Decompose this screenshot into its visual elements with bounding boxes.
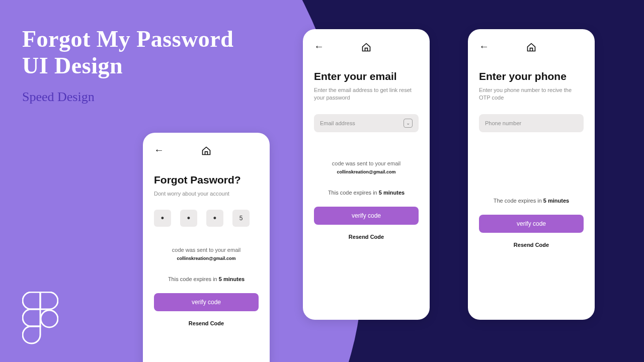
headline-subtitle: Speed Design	[22, 89, 233, 105]
home-icon	[201, 146, 211, 156]
screen-description: Dont worry about your account	[154, 190, 259, 198]
headline-block: Forgot My PasswordUI Design Speed Design	[22, 26, 233, 105]
resend-code-link[interactable]: Resend Code	[468, 242, 595, 248]
back-arrow-icon[interactable]: ←	[479, 41, 489, 51]
otp-box-2[interactable]: •	[180, 210, 197, 227]
verify-code-button[interactable]: verify code	[154, 293, 259, 311]
otp-box-1[interactable]: •	[154, 210, 171, 227]
otp-box-4[interactable]: 5	[232, 210, 250, 227]
otp-box-3[interactable]: •	[206, 210, 223, 227]
email-input[interactable]: Email address ⌄	[314, 114, 419, 132]
verify-code-button[interactable]: verify code	[314, 207, 419, 225]
code-sent-email: collinskreation@gmail.com	[314, 169, 419, 174]
otp-input-row: • • • 5	[154, 210, 259, 227]
code-sent-info: code was sent to your email collinskreat…	[314, 160, 419, 174]
phone-placeholder: Phone number	[485, 120, 521, 126]
svg-point-0	[41, 310, 58, 327]
home-icon	[361, 42, 371, 52]
code-sent-email: collinskreation@gmail.com	[154, 256, 259, 261]
code-expiry-text: This code expires in 5 minutes	[314, 190, 419, 196]
screen-title: Enter your email	[314, 70, 419, 82]
email-placeholder: Email address	[320, 120, 355, 126]
home-icon	[526, 42, 536, 52]
verify-code-button[interactable]: verify code	[479, 215, 584, 233]
phone-input[interactable]: Phone number	[479, 114, 584, 132]
back-arrow-icon[interactable]: ←	[154, 145, 164, 155]
code-sent-info: code was sent to your email collinskreat…	[154, 247, 259, 261]
resend-code-link[interactable]: Resend Code	[303, 234, 430, 240]
code-expiry-text: This code expires in 5 minutes	[154, 276, 259, 282]
headline-title: Forgot My PasswordUI Design	[22, 26, 233, 79]
figma-logo-icon	[22, 292, 58, 346]
screen-description: Enter the email address to get link rese…	[314, 86, 419, 102]
back-arrow-icon[interactable]: ←	[314, 41, 324, 51]
code-sent-text: code was sent to your email	[172, 247, 240, 253]
code-sent-text: code was sent to your email	[332, 160, 400, 166]
chevron-down-icon: ⌄	[404, 119, 413, 128]
screen-title: Forgot Pasword?	[154, 174, 259, 186]
phone-card-otp: ← Forgot Pasword? Dont worry about your …	[143, 133, 270, 362]
code-expiry-text: The code expires in 5 minutes	[479, 198, 584, 204]
screen-title: Enter your phone	[479, 70, 584, 82]
screen-description: Enter you phone number to recive the OTP…	[479, 86, 584, 102]
phone-card-phone: ← Enter your phone Enter you phone numbe…	[468, 29, 595, 320]
phone-card-email: ← Enter your email Enter the email addre…	[303, 29, 430, 320]
resend-code-link[interactable]: Resend Code	[143, 320, 270, 326]
